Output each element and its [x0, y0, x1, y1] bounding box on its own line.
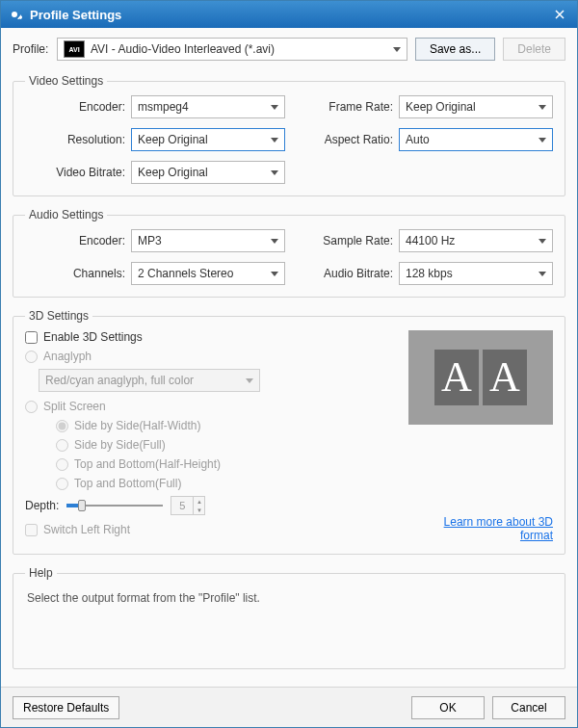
audio-bitrate-label: Audio Bitrate:: [312, 267, 399, 280]
aspect-ratio-label: Aspect Ratio:: [312, 133, 399, 146]
profile-settings-window: Profile Settings Profile: AVI AVI - Audi…: [0, 0, 578, 728]
anaglyph-radio: [25, 351, 38, 363]
threed-settings-group: 3D Settings Enable 3D Settings Anaglyph …: [13, 309, 565, 555]
depth-spinner: 5 ▲▼: [171, 496, 205, 515]
chevron-down-icon: ▼: [193, 506, 204, 514]
video-bitrate-select[interactable]: Keep Original: [131, 161, 285, 184]
help-group: Help Select the output format from the "…: [13, 566, 565, 669]
video-encoder-select[interactable]: msmpeg4: [131, 95, 285, 118]
profile-value: AVI - Audio-Video Interleaved (*.avi): [91, 42, 393, 56]
close-icon: [555, 10, 565, 19]
enable-3d-checkbox[interactable]: [25, 331, 38, 344]
switch-lr-checkbox: [25, 524, 38, 536]
video-encoder-label: Encoder:: [25, 100, 131, 114]
profile-select[interactable]: AVI AVI - Audio-Video Interleaved (*.avi…: [57, 38, 407, 61]
chevron-down-icon: [393, 47, 401, 52]
audio-settings-legend: Audio Settings: [25, 208, 107, 221]
chevron-down-icon: [246, 378, 253, 383]
footer: Restore Defaults OK Cancel: [1, 687, 577, 727]
sample-rate-label: Sample Rate:: [312, 234, 399, 247]
sbs-half-label: Side by Side(Half-Width): [74, 419, 200, 432]
resolution-label: Resolution:: [25, 133, 131, 146]
audio-settings-group: Audio Settings Encoder: MP3 Sample Rate:…: [13, 208, 565, 298]
preview-glyph-right: A: [483, 350, 527, 405]
video-settings-legend: Video Settings: [25, 74, 107, 88]
close-button[interactable]: [548, 5, 571, 24]
window-title: Profile Settings: [30, 8, 548, 22]
threed-settings-legend: 3D Settings: [25, 309, 92, 323]
slider-thumb-icon: [78, 500, 86, 511]
ok-button[interactable]: OK: [411, 696, 485, 719]
resolution-select[interactable]: Keep Original: [131, 128, 285, 151]
sbs-full-radio: [56, 439, 68, 452]
titlebar: Profile Settings: [1, 1, 577, 28]
sample-rate-select[interactable]: 44100 Hz: [399, 229, 553, 252]
anaglyph-mode-select: Red/cyan anaglyph, full color: [39, 369, 260, 392]
profile-label: Profile:: [13, 42, 49, 56]
channels-select[interactable]: 2 Channels Stereo: [131, 262, 285, 285]
chevron-down-icon: [271, 272, 278, 276]
tab-half-radio: [56, 458, 68, 471]
help-legend: Help: [25, 566, 57, 580]
tab-half-label: Top and Bottom(Half-Height): [74, 457, 221, 471]
gear-icon: [7, 7, 22, 22]
chevron-down-icon: [539, 138, 546, 143]
preview-glyph-left: A: [434, 350, 479, 405]
help-text: Select the output format from the "Profi…: [25, 587, 553, 634]
chevron-down-icon: [539, 105, 546, 110]
tab-full-label: Top and Bottom(Full): [74, 477, 181, 490]
frame-rate-label: Frame Rate:: [312, 100, 399, 114]
aspect-ratio-select[interactable]: Auto: [399, 128, 553, 151]
chevron-up-icon: ▲: [193, 497, 204, 506]
enable-3d-label: Enable 3D Settings: [43, 330, 143, 344]
delete-button: Delete: [503, 38, 565, 61]
video-settings-group: Video Settings Encoder: msmpeg4 Frame Ra…: [13, 74, 565, 196]
chevron-down-icon: [271, 105, 278, 110]
cancel-button[interactable]: Cancel: [492, 696, 565, 719]
channels-label: Channels:: [25, 267, 131, 280]
audio-bitrate-select[interactable]: 128 kbps: [399, 262, 553, 285]
threed-preview: A A: [408, 330, 553, 425]
save-as-button[interactable]: Save as...: [415, 38, 495, 61]
learn-more-link[interactable]: Learn more about 3D format: [408, 515, 553, 542]
sbs-full-label: Side by Side(Full): [74, 438, 166, 452]
video-bitrate-label: Video Bitrate:: [25, 166, 131, 179]
split-screen-label: Split Screen: [43, 400, 106, 413]
restore-defaults-button[interactable]: Restore Defaults: [13, 696, 119, 719]
depth-slider: [66, 498, 163, 513]
audio-encoder-select[interactable]: MP3: [131, 229, 285, 252]
chevron-down-icon: [539, 272, 546, 276]
frame-rate-select[interactable]: Keep Original: [399, 95, 553, 118]
switch-lr-label: Switch Left Right: [43, 523, 130, 536]
audio-encoder-label: Encoder:: [25, 234, 131, 247]
chevron-down-icon: [271, 170, 278, 175]
tab-full-radio: [56, 478, 68, 490]
avi-format-icon: AVI: [64, 40, 85, 58]
depth-label: Depth:: [25, 499, 59, 512]
sbs-half-radio: [56, 420, 68, 432]
chevron-down-icon: [539, 239, 546, 244]
chevron-down-icon: [271, 138, 278, 143]
split-screen-radio: [25, 401, 38, 413]
chevron-down-icon: [271, 239, 278, 244]
anaglyph-label: Anaglyph: [43, 350, 92, 363]
